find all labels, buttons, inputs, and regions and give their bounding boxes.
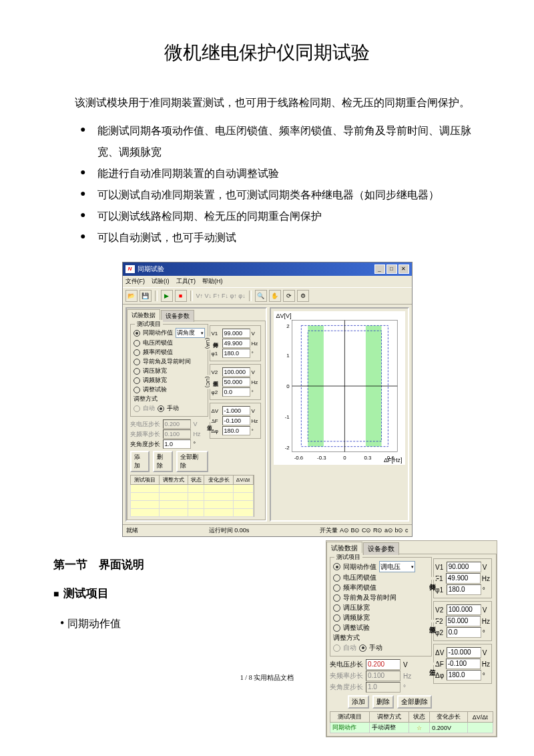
p2-input[interactable]: 0.0: [222, 387, 250, 397]
table-header[interactable]: 状态: [188, 476, 204, 485]
v1-input[interactable]: 99.000: [222, 329, 250, 338]
tab-device-params[interactable]: 设备参数: [161, 310, 194, 322]
table-header[interactable]: ΔV/Δt: [467, 712, 493, 723]
toolbar-text-icon[interactable]: V↑ V↓ F↑ F↓ φ↑ φ↓: [196, 293, 246, 299]
minimize-button[interactable]: _: [374, 264, 385, 274]
param-label: V1: [435, 564, 445, 571]
df-input[interactable]: -0.100: [222, 416, 250, 425]
cell: 0.200V: [430, 723, 467, 733]
param-label: V1: [212, 331, 221, 337]
df-input-2[interactable]: -0.100: [446, 658, 481, 669]
v2-input[interactable]: 100.000: [222, 367, 250, 377]
radio-auto[interactable]: [333, 644, 340, 652]
unit-label: Hz: [194, 431, 201, 437]
menu-tools[interactable]: 工具(T): [176, 277, 196, 286]
dv-input-2[interactable]: -10.000: [447, 647, 481, 658]
radio-auto[interactable]: [134, 405, 140, 412]
f1-input-2[interactable]: 49.900: [446, 573, 481, 584]
radio-vpulse[interactable]: [134, 368, 140, 375]
unit-label: V: [403, 661, 408, 669]
radio-vpulse[interactable]: [333, 604, 340, 612]
f2-input-2[interactable]: 50.000: [446, 616, 481, 626]
svg-text:-0.3: -0.3: [317, 455, 326, 461]
stop-icon[interactable]: ■: [175, 290, 187, 302]
dv-input[interactable]: -1.000: [222, 406, 250, 415]
astep-input[interactable]: 1.0: [163, 439, 191, 449]
dp-input[interactable]: 180.0: [222, 426, 250, 435]
table-row[interactable]: 同期动作 手动调整 ☆ 0.200V: [330, 723, 493, 733]
hand-icon[interactable]: ✋: [269, 290, 281, 302]
fstep-input[interactable]: 0.100: [163, 429, 191, 439]
param-label: φ1: [435, 586, 445, 594]
settings-icon[interactable]: ⚙: [297, 290, 309, 302]
radio-lead[interactable]: [333, 594, 340, 602]
radio-fpulse[interactable]: [333, 614, 340, 622]
close-button[interactable]: ✕: [398, 264, 409, 274]
unit-label: °: [252, 351, 258, 357]
radio-sync-action[interactable]: [333, 563, 340, 570]
svg-text:0.3: 0.3: [364, 455, 372, 461]
v2-input-2[interactable]: 100.000: [447, 604, 481, 615]
radio-volt-lock[interactable]: [333, 574, 340, 582]
table-row[interactable]: [130, 509, 253, 517]
radio-freq-lock[interactable]: [134, 349, 140, 356]
unit-label: V: [252, 408, 258, 414]
radio-freq-lock[interactable]: [333, 584, 340, 592]
save-icon[interactable]: 💾: [140, 290, 152, 302]
radio-manual[interactable]: [359, 644, 366, 652]
f1-input[interactable]: 49.900: [222, 339, 250, 348]
p1-input-2[interactable]: 180.0: [447, 584, 481, 595]
radio-volt-lock[interactable]: [134, 340, 140, 347]
table-header[interactable]: 调整方式: [159, 476, 188, 485]
run-icon[interactable]: ▶: [161, 290, 173, 302]
radio-lead[interactable]: [134, 359, 140, 365]
chart-svg: 2 1 0 -1 -2 -0.6 -0.3 0 0.3 0.6: [274, 311, 405, 465]
table-scrollbar[interactable]: [254, 475, 262, 517]
table-header[interactable]: 调整方式: [369, 712, 409, 723]
unit-label: V: [483, 564, 490, 571]
table-header[interactable]: 变化步长: [430, 712, 467, 723]
del-button[interactable]: 删除: [153, 451, 173, 472]
table-row[interactable]: [130, 485, 253, 493]
group-sub: (UC): [205, 377, 211, 388]
table-header[interactable]: 测试项目: [330, 712, 370, 723]
astep-input-2[interactable]: 1.0: [366, 682, 400, 693]
menu-help[interactable]: 帮助(H): [202, 277, 223, 286]
param-label: V2: [212, 369, 221, 375]
menu-file[interactable]: 文件(F): [125, 277, 146, 286]
table-header[interactable]: 状态: [409, 712, 430, 723]
del-button[interactable]: 删除: [372, 695, 394, 709]
add-button[interactable]: 添加: [348, 695, 369, 709]
p2-input-2[interactable]: 0.0: [447, 627, 481, 638]
add-button[interactable]: 添加: [130, 451, 150, 472]
radio-adjust[interactable]: [134, 387, 140, 393]
clear-button[interactable]: 全部删除: [176, 451, 208, 472]
param-label: Δφ: [212, 428, 221, 434]
refresh-icon[interactable]: ⟳: [283, 290, 295, 302]
table-header[interactable]: ΔV/Δt: [233, 476, 253, 485]
menu-test[interactable]: 试验(I): [152, 277, 170, 286]
vstep-input[interactable]: 0.200: [163, 419, 191, 429]
table-header[interactable]: 测试项目: [130, 476, 159, 485]
vstep-input-2[interactable]: 0.200: [366, 659, 400, 670]
clear-button[interactable]: 全部删除: [397, 695, 432, 709]
radio-sync-action[interactable]: [134, 330, 140, 337]
radio-manual[interactable]: [158, 405, 164, 412]
table-row[interactable]: [130, 501, 253, 509]
sync-action-dropdown-2[interactable]: 调电压▾: [379, 561, 415, 572]
cell: [467, 723, 493, 733]
astep-label: 夹角度步长: [330, 683, 363, 692]
p1-input[interactable]: 180.0: [222, 349, 250, 358]
f2-input[interactable]: 50.000: [222, 377, 250, 387]
table-header[interactable]: 变化步长: [204, 476, 233, 485]
v1-input-2[interactable]: 90.000: [447, 562, 481, 572]
maximize-button[interactable]: □: [386, 264, 397, 274]
open-icon[interactable]: 📂: [125, 290, 138, 302]
sync-action-dropdown[interactable]: 调角度▾: [176, 328, 205, 338]
radio-fpulse[interactable]: [134, 377, 140, 384]
zoom-icon[interactable]: 🔍: [255, 290, 267, 302]
tab-device-params-2[interactable]: 设备参数: [363, 542, 399, 555]
unit-label: V: [194, 421, 198, 427]
radio-adjust[interactable]: [333, 624, 340, 632]
table-row[interactable]: [130, 493, 253, 501]
